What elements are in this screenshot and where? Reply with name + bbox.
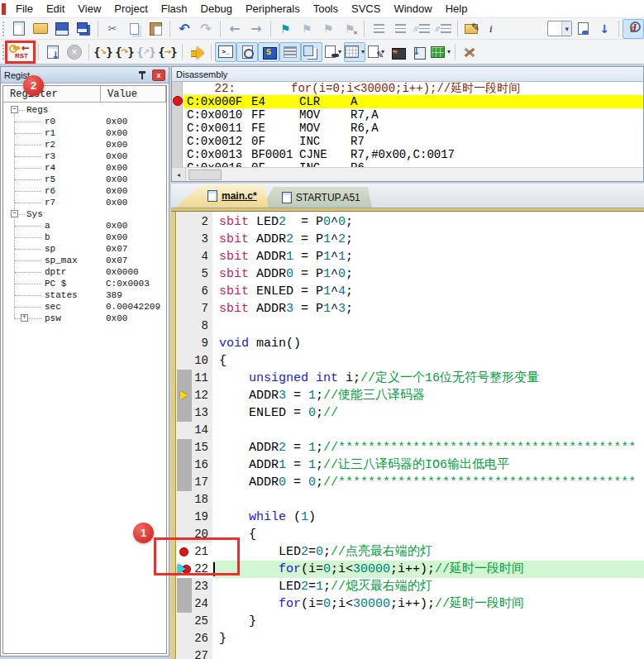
register-row-regs[interactable]: −Regs <box>3 104 166 116</box>
disassembly-row[interactable]: C:0x0010FFMOVR7,A <box>184 108 643 122</box>
menu-help[interactable]: Help <box>439 1 475 17</box>
register-row-r4[interactable]: r40x00 <box>3 162 166 174</box>
menu-tools[interactable]: Tools <box>307 1 345 17</box>
column-header-register[interactable]: Register <box>3 86 101 103</box>
copy-icon[interactable] <box>123 19 145 39</box>
step-over-icon[interactable]: ↷ <box>114 42 136 62</box>
register-row-r7[interactable]: r70x00 <box>3 197 166 208</box>
register-row-sp[interactable]: sp0x07 <box>3 243 166 255</box>
goto-reference-icon[interactable]: ↓ <box>594 19 615 39</box>
disassembly-row[interactable]: C:0x0013BF0001CJNER7,#0x00,C:0017 <box>184 148 643 161</box>
breakpoint-margin[interactable] <box>177 248 192 265</box>
code-text[interactable]: ADDR2 = 1;//****************************… <box>212 439 644 456</box>
code-text[interactable]: void main() <box>212 335 644 352</box>
code-text[interactable] <box>212 647 644 659</box>
bookmark-toggle-icon[interactable]: ⚑ <box>274 19 296 39</box>
save-all-icon[interactable] <box>73 19 94 39</box>
disassembly-row[interactable]: C:0x00120FINCR7 <box>184 135 643 148</box>
search-combo[interactable]: ▾ <box>547 21 572 36</box>
register-row-b[interactable]: b0x00 <box>3 232 166 243</box>
breakpoint-margin[interactable] <box>177 404 192 422</box>
breakpoint-margin[interactable] <box>177 456 192 474</box>
register-row-r2[interactable]: r20x00 <box>3 139 166 150</box>
code-text[interactable]: sbit ADDR1 = P1^1; <box>212 248 644 265</box>
start-debug-icon[interactable]: d <box>623 19 644 39</box>
code-text[interactable]: sbit ADDR0 = P1^0; <box>212 265 644 283</box>
code-text[interactable] <box>212 318 644 335</box>
code-text[interactable]: { <box>212 352 644 370</box>
redo-icon[interactable]: ↷ <box>195 19 217 39</box>
disassembly-row[interactable]: C:0x00160FINCR6 <box>184 161 643 167</box>
code-text[interactable]: ADDR0 = 0;//****************************… <box>212 474 644 491</box>
register-row-r3[interactable]: r30x00 <box>3 150 166 162</box>
comment-icon[interactable]: // <box>411 19 432 39</box>
registers-window-icon[interactable] <box>279 42 301 62</box>
view-lst-icon[interactable]: ↓ <box>42 42 64 62</box>
code-text[interactable]: for(i=0;i<30000;i++);//延时一段时间 <box>212 561 644 578</box>
register-row-sys[interactable]: −Sys <box>3 208 166 220</box>
dropdown-arrow-icon[interactable]: ▾ <box>361 48 365 55</box>
menu-project[interactable]: Project <box>107 1 154 17</box>
open-file-icon[interactable] <box>30 19 51 39</box>
menu-window[interactable]: Window <box>387 1 438 17</box>
menu-view[interactable]: View <box>71 1 107 17</box>
scroll-left-icon[interactable]: ◂ <box>172 168 186 181</box>
breakpoint-margin[interactable] <box>177 231 192 248</box>
symbols-window-icon[interactable]: S <box>258 42 279 62</box>
bookmark-clear-icon[interactable]: ⚑ <box>339 19 360 39</box>
outdent-icon[interactable] <box>389 19 411 39</box>
menu-edit[interactable]: Edit <box>40 1 71 17</box>
code-text[interactable]: unsigned int i;//定义一个16位无符号整形变量 <box>212 370 644 387</box>
breakpoint-margin[interactable] <box>177 335 192 352</box>
serial-window-icon[interactable]: ✎▾ <box>365 42 387 62</box>
bookmark-next-icon[interactable]: ⚑ <box>317 19 339 39</box>
run-to-cursor-icon[interactable]: → <box>157 42 179 62</box>
column-header-value[interactable]: Value <box>101 86 166 103</box>
code-text[interactable] <box>212 422 644 439</box>
command-window-icon[interactable]: >_ <box>215 42 236 62</box>
breakpoint-margin[interactable] <box>177 213 192 231</box>
undo-icon[interactable]: ↶ <box>174 19 195 39</box>
cut-icon[interactable]: ✂ <box>102 19 123 39</box>
code-text[interactable] <box>212 491 644 509</box>
breakpoint-margin[interactable] <box>177 283 192 300</box>
menu-svcs[interactable]: SVCS <box>345 1 387 17</box>
code-text[interactable]: ADDR1 = 1;//让三八译码器的IO6输出低电平 <box>212 456 644 474</box>
disassembly-row[interactable]: C:0x000FE4CLRA <box>184 95 643 108</box>
dropdown-arrow-icon[interactable]: ▾ <box>422 48 426 55</box>
code-text[interactable]: LED2=0;//点亮最右端的灯 <box>212 543 644 561</box>
register-row-pc-$[interactable]: PC $C:0x0003 <box>3 278 166 289</box>
paste-icon[interactable] <box>145 19 166 39</box>
breakpoint-margin[interactable] <box>177 422 192 439</box>
disassembly-hscrollbar[interactable]: ◂ <box>172 167 643 181</box>
register-row-r6[interactable]: r60x00 <box>3 185 166 197</box>
code-text[interactable]: while (1) <box>212 509 644 526</box>
toolbox-icon[interactable]: ▾ <box>430 42 451 62</box>
code-text[interactable]: ENLED = 0;// <box>212 404 644 422</box>
register-row-psw[interactable]: +psw0x00 <box>3 313 166 324</box>
logic-analyzer-icon[interactable]: ~▾ <box>387 42 408 62</box>
register-row-r5[interactable]: r50x00 <box>3 174 166 185</box>
navigate-forward-icon[interactable]: → <box>246 19 267 39</box>
breakpoint-margin[interactable] <box>177 352 192 370</box>
expand-icon[interactable]: + <box>21 314 28 322</box>
menu-file[interactable]: File <box>9 1 40 17</box>
breakpoint-icon[interactable] <box>173 96 183 106</box>
tab-startup-a51[interactable]: STARTUP.A51 <box>262 187 372 208</box>
watch-window-icon[interactable]: ▾ <box>322 42 344 62</box>
system-viewer-icon[interactable]: ↓▾ <box>408 42 430 62</box>
disassembly-body[interactable]: 22: for(i=0;i<30000;i++);//延时一段时间C:0x000… <box>172 82 643 167</box>
breakpoint-margin[interactable] <box>177 630 192 647</box>
debug-settings-icon[interactable]: ▾ <box>459 42 480 62</box>
uncomment-icon[interactable]: // <box>432 19 454 39</box>
code-text[interactable]: } <box>212 630 644 647</box>
register-row-a[interactable]: a0x00 <box>3 220 166 232</box>
disassembly-row[interactable]: C:0x0011FEMOVR6,A <box>184 122 643 135</box>
breakpoint-margin[interactable] <box>177 647 192 659</box>
disassembly-gutter[interactable] <box>172 82 183 167</box>
code-text[interactable]: { <box>212 526 644 543</box>
register-row-r0[interactable]: r00x00 <box>3 116 166 127</box>
bookmark-prev-icon[interactable]: ⚑ <box>296 19 317 39</box>
code-text[interactable]: sbit ADDR3 = P1^3; <box>212 300 644 318</box>
step-out-icon[interactable]: ↗ <box>136 42 157 62</box>
